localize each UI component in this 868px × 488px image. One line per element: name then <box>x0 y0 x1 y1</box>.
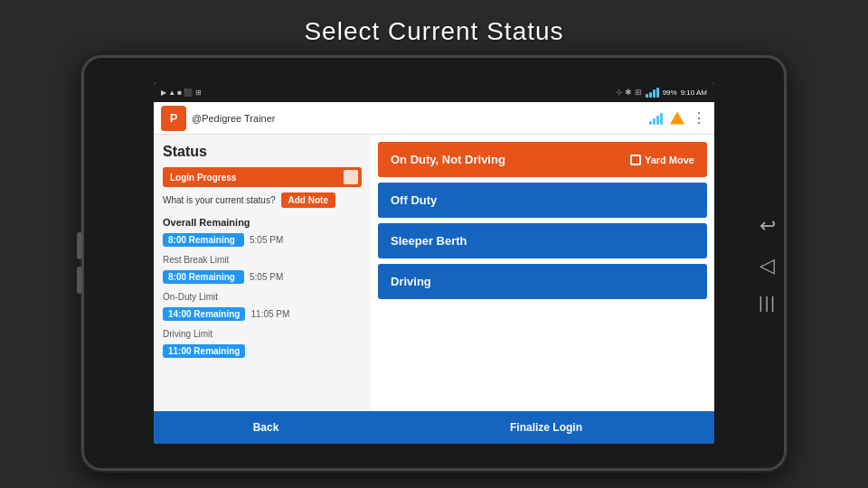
volume-down-button[interactable] <box>77 267 82 294</box>
signal-bar-2 <box>649 92 652 98</box>
signal-bar-1 <box>646 94 648 98</box>
signal-bar-4 <box>656 88 659 98</box>
status-option-on-duty[interactable]: On Duty, Not Driving Yard Move <box>378 142 707 177</box>
sleeper-berth-label-text: Sleeper Berth <box>391 234 467 248</box>
driving-label: Driving Limit <box>163 329 362 339</box>
yard-move-checkbox[interactable]: Yard Move <box>630 155 694 165</box>
overall-remaining-badge: 8:00 Remaining <box>163 233 244 247</box>
current-status-row: What is your current status? Add Note <box>163 192 362 208</box>
rest-break-row: 8:00 Remaining 5:05 PM <box>163 270 362 284</box>
on-duty-time: 11:05 PM <box>250 309 289 319</box>
login-progress-label: Login Progress <box>170 173 236 183</box>
overall-remaining-time: 5:05 PM <box>250 235 283 245</box>
current-status-label: What is your current status? <box>163 195 276 205</box>
on-duty-label: On-Duty Limit <box>163 292 362 302</box>
on-duty-badge: 14:00 Remaining <box>163 307 245 321</box>
top-bar: P @Pedigree Trainer ⋮ <box>154 102 714 135</box>
back-button[interactable]: Back <box>154 411 378 444</box>
signal-bar-3 <box>653 89 656 98</box>
wifi-icon: ⊹ ✱ ⊞ <box>616 88 642 97</box>
app-icon: P <box>161 106 186 131</box>
volume-up-button[interactable] <box>77 232 82 259</box>
status-option-sleeper-berth[interactable]: Sleeper Berth <box>378 223 707 258</box>
overall-remaining-label: Overall Remaining <box>163 217 362 228</box>
status-bar: ▶ ▲ ■ ⬛ ⊞ ⊹ ✱ ⊞ 99% 9:10 AM <box>154 82 714 102</box>
yard-move-check-box <box>630 155 641 165</box>
sig-bar-4 <box>660 113 663 125</box>
signal-strength <box>646 87 659 98</box>
left-panel: Status Login Progress What is your curre… <box>154 135 371 411</box>
right-panel: On Duty, Not Driving Yard Move Off Duty … <box>371 135 714 411</box>
overflow-menu-icon[interactable]: ⋮ <box>692 109 707 127</box>
top-bar-actions: ⋮ <box>649 109 707 127</box>
rest-break-label: Rest Break Limit <box>163 255 362 265</box>
menu-nav-button[interactable]: ||| <box>759 294 777 313</box>
warning-icon <box>670 112 684 125</box>
status-bar-right: ⊹ ✱ ⊞ 99% 9:10 AM <box>616 87 707 98</box>
rest-break-time: 5:05 PM <box>250 272 283 282</box>
driving-label-text: Driving <box>391 275 431 288</box>
status-option-driving[interactable]: Driving <box>378 264 707 299</box>
add-note-button[interactable]: Add Note <box>281 192 335 208</box>
off-duty-label-text: Off Duty <box>391 193 437 207</box>
battery-text: 99% <box>663 89 677 97</box>
sig-bar-3 <box>656 116 659 125</box>
tablet-screen: ▶ ▲ ■ ⬛ ⊞ ⊹ ✱ ⊞ 99% 9:10 AM P @Pedigree … <box>154 82 714 444</box>
sig-bar-1 <box>649 121 652 125</box>
rest-break-badge: 8:00 Remaining <box>163 270 244 284</box>
time-text: 9:10 AM <box>681 89 707 97</box>
tablet-side-buttons <box>77 232 82 294</box>
driving-badge: 11:00 Remaining <box>163 344 245 358</box>
status-bar-left: ▶ ▲ ■ ⬛ ⊞ <box>161 89 202 97</box>
undo-nav-button[interactable]: ↩ <box>760 214 776 238</box>
driving-row: 11:00 Remaining <box>163 344 362 358</box>
page-title: Select Current Status <box>304 17 563 46</box>
login-progress-bar: Login Progress <box>163 167 362 187</box>
bottom-buttons: Back Finalize Login <box>154 411 714 444</box>
back-nav-button[interactable]: ◁ <box>760 254 775 277</box>
right-spacer <box>378 305 707 404</box>
main-content: Status Login Progress What is your curre… <box>154 135 714 411</box>
app-name: @Pedigree Trainer <box>192 113 276 124</box>
on-duty-label-text: On Duty, Not Driving <box>391 153 505 166</box>
tablet-nav-buttons: ↩ ◁ ||| <box>759 214 786 313</box>
overall-remaining-row: 8:00 Remaining 5:05 PM <box>163 233 362 247</box>
signal-icon <box>649 112 663 125</box>
finalize-login-button[interactable]: Finalize Login <box>378 411 714 444</box>
tablet-frame: ▶ ▲ ■ ⬛ ⊞ ⊹ ✱ ⊞ 99% 9:10 AM P @Pedigree … <box>81 55 787 471</box>
sig-bar-2 <box>653 118 656 125</box>
yard-move-label: Yard Move <box>645 155 694 165</box>
status-heading: Status <box>163 144 362 160</box>
on-duty-row: 14:00 Remaining 11:05 PM <box>163 307 362 321</box>
status-option-off-duty[interactable]: Off Duty <box>378 183 707 218</box>
